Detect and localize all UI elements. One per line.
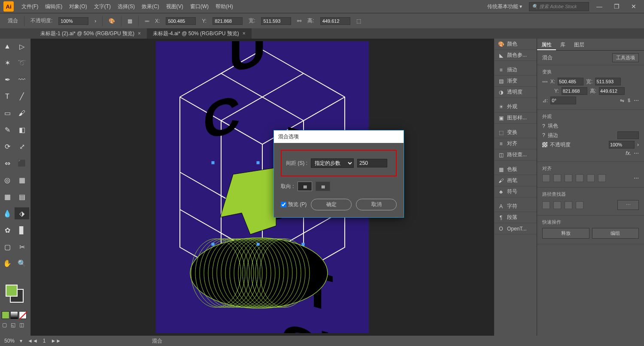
w-input[interactable] (261, 17, 291, 25)
tab-layers[interactable]: 图层 (570, 39, 589, 50)
reference-point-icon[interactable]: ▫▫▫ (542, 79, 548, 85)
color-mode-gradient[interactable] (10, 311, 18, 319)
line-tool[interactable]: ╱ (15, 91, 29, 103)
tool-options-button[interactable]: 工具选项 (612, 53, 639, 62)
window-minimize[interactable]: ― (592, 3, 606, 10)
panel-gradient[interactable]: ▤渐变 (494, 76, 537, 87)
pathfinder-expand-button[interactable]: ⋯ (617, 200, 639, 210)
more-options-icon[interactable]: ⋯ (634, 150, 639, 156)
perspective-grid-tool[interactable]: ▦ (15, 174, 29, 186)
stroke-weight[interactable] (617, 131, 639, 139)
panel-pathfinder[interactable]: ◫路径查... (494, 149, 537, 161)
prop-w[interactable] (595, 78, 621, 85)
page-prev-icon[interactable]: ◄◄ (27, 338, 38, 344)
free-transform-tool[interactable]: ⬛ (15, 157, 29, 169)
link-wh-icon[interactable]: ⚯ (297, 18, 301, 24)
lasso-tool[interactable]: ➰ (15, 57, 29, 69)
orient-align-page[interactable]: ııııı (298, 182, 312, 191)
selection-tool[interactable]: ▲ (0, 40, 15, 52)
close-icon[interactable]: × (243, 28, 246, 39)
panel-transform[interactable]: ⬚变换 (494, 127, 537, 138)
curvature-tool[interactable]: 〰 (15, 74, 29, 86)
prop-x[interactable] (558, 78, 583, 85)
panel-brushes[interactable]: 🖌画笔 (494, 175, 537, 186)
shape-builder-tool[interactable]: ◎ (0, 174, 15, 186)
menu-window[interactable]: 窗口(W) (187, 0, 212, 13)
align-vcenter-icon[interactable] (587, 174, 595, 182)
mesh-tool[interactable]: ▦ (0, 191, 15, 203)
eraser-tool[interactable]: ◧ (15, 124, 29, 136)
flip-v-icon[interactable]: ⥮ (627, 97, 631, 103)
more-options-icon[interactable]: ⋯ (634, 97, 639, 103)
tab-libraries[interactable]: 库 (556, 39, 570, 50)
menu-edit[interactable]: 编辑(E) (42, 0, 66, 13)
panel-appearance[interactable]: ☀外观 (494, 101, 537, 112)
recolor-icon[interactable]: 🎨 (109, 18, 115, 24)
panel-align[interactable]: ≡对齐 (494, 138, 537, 149)
paintbrush-tool[interactable]: 🖌 (15, 107, 29, 119)
width-tool[interactable]: ⇔ (0, 157, 15, 169)
more-options-icon[interactable]: ⋯ (634, 175, 639, 181)
menu-file[interactable]: 文件(F) (18, 0, 42, 13)
spacing-value-input[interactable] (357, 159, 387, 167)
draw-normal-icon[interactable]: ▢ (2, 322, 9, 329)
symbol-sprayer-tool[interactable]: ✿ (0, 224, 15, 236)
page-number[interactable]: 1 (43, 338, 46, 344)
align-hcenter-icon[interactable] (553, 174, 561, 182)
panel-paragraph[interactable]: ¶段落 (494, 212, 537, 223)
hand-tool[interactable]: ✋ (0, 258, 15, 270)
workspace-switcher[interactable]: 传统基本功能 ▾ (484, 0, 526, 13)
release-button[interactable]: 释放 (542, 228, 589, 239)
magic-wand-tool[interactable]: ✶ (0, 57, 15, 69)
align-top-icon[interactable] (576, 174, 583, 182)
window-restore[interactable]: ❐ (610, 3, 623, 10)
direct-selection-tool[interactable]: ▷ (15, 40, 29, 52)
draw-behind-icon[interactable]: ◱ (10, 322, 18, 329)
panel-graphic-styles[interactable]: ▣图形样... (494, 112, 537, 124)
prop-y[interactable] (562, 87, 587, 95)
pathfinder-exclude-icon[interactable] (576, 201, 583, 209)
document-tab[interactable]: 未标题-1 (2).ai* @ 50% (RGB/GPU 预览)× (34, 28, 147, 39)
color-mode-none[interactable] (19, 311, 27, 319)
chevron-right-icon[interactable]: › (637, 142, 639, 148)
menu-select[interactable]: 选择(S) (114, 0, 138, 13)
y-input[interactable] (213, 17, 243, 25)
stock-search[interactable]: 🔍 搜索 Adobe Stock (529, 2, 589, 11)
spacing-mode-select[interactable]: 指定的步数 (311, 158, 354, 168)
panel-symbols[interactable]: ♣符号 (494, 186, 537, 197)
pathfinder-intersect-icon[interactable] (565, 201, 572, 209)
pathfinder-minus-icon[interactable] (553, 201, 561, 209)
shaper-tool[interactable]: ✎ (0, 124, 15, 136)
panel-opentype[interactable]: OOpenT... (494, 223, 537, 234)
prop-h[interactable] (599, 87, 625, 95)
align-bottom-icon[interactable] (598, 174, 606, 182)
shape-transform-icon[interactable]: ⬚ (356, 18, 361, 24)
reference-point-icon[interactable]: ▫▫▫ (145, 18, 149, 24)
page-next-icon[interactable]: ►► (51, 338, 61, 344)
canvas[interactable]: U R C S T O I (31, 39, 494, 336)
align-icon-group[interactable]: ▦ (128, 18, 132, 24)
draw-inside-icon[interactable]: ◫ (19, 322, 27, 329)
column-graph-tool[interactable]: ▊ (15, 224, 29, 236)
panel-stroke[interactable]: ≡描边 (494, 64, 537, 76)
h-input[interactable] (320, 17, 350, 25)
opacity-dropdown-icon[interactable]: › (94, 18, 96, 24)
panel-transparency[interactable]: ◑透明度 (494, 87, 537, 98)
menu-type[interactable]: 文字(T) (91, 0, 114, 13)
tab-properties[interactable]: 属性 (537, 39, 556, 50)
zoom-tool[interactable]: 🔍 (15, 258, 29, 270)
zoom-dropdown-icon[interactable]: ▾ (20, 338, 22, 344)
panel-character[interactable]: A字符 (494, 201, 537, 212)
align-right-icon[interactable] (565, 174, 572, 182)
cancel-button[interactable]: 取消 (356, 199, 397, 210)
preview-checkbox[interactable]: 预览 (P) (281, 201, 307, 208)
menu-effect[interactable]: 效果(C) (138, 0, 163, 13)
menu-help[interactable]: 帮助(H) (212, 0, 237, 13)
fill-swatch[interactable] (6, 285, 18, 297)
rectangle-tool[interactable]: ▭ (0, 107, 15, 119)
align-left-icon[interactable] (542, 174, 550, 182)
scale-tool[interactable]: ⤢ (15, 141, 29, 153)
window-close[interactable]: ✕ (627, 3, 641, 10)
panel-color-guide[interactable]: ◣颜色参... (494, 50, 537, 61)
x-input[interactable] (166, 17, 196, 25)
